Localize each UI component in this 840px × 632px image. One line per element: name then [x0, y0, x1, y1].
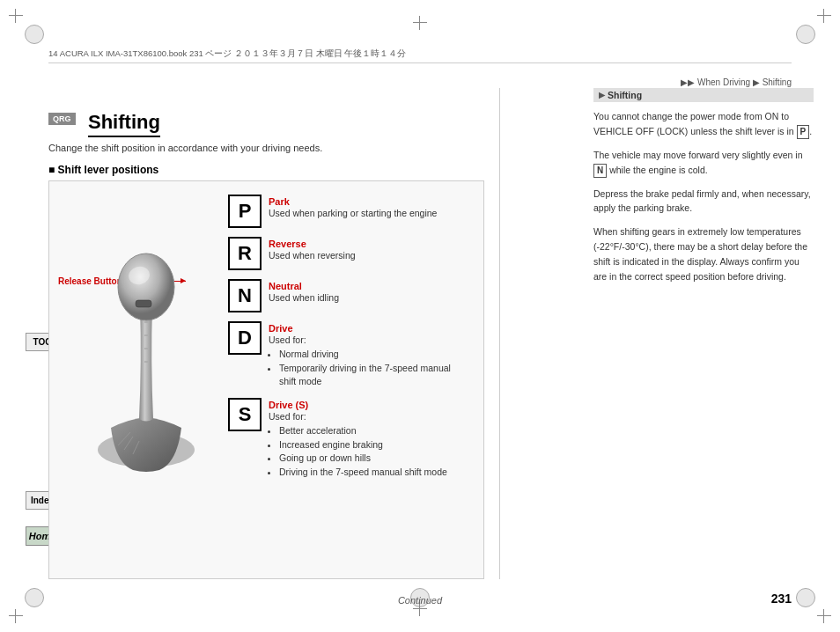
- gear-detail-d: Used for: Normal driving Temporarily dri…: [269, 334, 466, 389]
- page-title: Shifting: [88, 111, 160, 137]
- gear-name-d: Drive: [269, 323, 466, 334]
- gear-item-d: D Drive Used for: Normal driving Tempora…: [228, 321, 466, 389]
- breadcrumb-when-driving: When Driving: [697, 77, 750, 87]
- right-para-4: When shifting gears in extremely low tem…: [593, 224, 814, 283]
- right-para-2: The vehicle may move forward very slight…: [593, 148, 814, 178]
- column-divider: [499, 88, 500, 579]
- qrg-tag: QRG: [48, 113, 76, 125]
- breadcrumb-separator: ▶: [753, 77, 760, 87]
- gear-name-r: Reverse: [269, 239, 466, 249]
- gear-name-s: Drive (S): [269, 400, 466, 410]
- gear-desc-p: Park Used when parking or starting the e…: [269, 195, 466, 221]
- continued-text: Continued: [398, 595, 442, 606]
- gear-desc-n: Neutral Used when idling: [269, 279, 466, 305]
- top-center-crosshair: [413, 16, 427, 30]
- gear-item-s: S Drive (S) Used for: Better acceleratio…: [228, 398, 466, 480]
- svg-point-1: [118, 254, 174, 320]
- corner-circle-tr: [796, 25, 815, 44]
- svg-rect-3: [136, 300, 151, 307]
- breadcrumb-arrows: ▶▶: [681, 77, 695, 87]
- gear-name-p: Park: [269, 196, 466, 207]
- right-para-3: Depress the brake pedal firmly and, when…: [593, 187, 814, 217]
- gear-letter-n: N: [228, 279, 262, 312]
- gear-positions-list: P Park Used when parking or starting the…: [228, 195, 466, 489]
- page-number: 231: [771, 592, 792, 606]
- gear-desc-r: Reverse Used when reversing: [269, 237, 466, 263]
- gear-letter-r: R: [228, 237, 262, 270]
- gear-letter-d: D: [228, 321, 262, 355]
- corner-crosshair-br: [817, 609, 831, 623]
- breadcrumb-current: Shifting: [763, 77, 792, 87]
- gear-detail-s: Used for: Better acceleration Increased …: [269, 410, 466, 480]
- corner-crosshair-tr: [817, 9, 831, 23]
- gear-item-p: P Park Used when parking or starting the…: [228, 195, 466, 228]
- gear-detail-r: Used when reversing: [269, 249, 466, 263]
- gear-letter-s: S: [228, 398, 262, 431]
- right-section-title: Shifting: [593, 88, 814, 102]
- gear-desc-d: Drive Used for: Normal driving Temporari…: [269, 321, 466, 389]
- gear-detail-p: Used when parking or starting the engine: [269, 207, 466, 221]
- section-heading: Shift lever positions: [48, 164, 158, 176]
- gear-item-r: R Reverse Used when reversing: [228, 237, 466, 270]
- inline-box-n: N: [593, 164, 607, 178]
- gear-item-n: N Neutral Used when idling: [228, 279, 466, 312]
- gear-lever-image: [85, 190, 208, 481]
- gear-desc-s: Drive (S) Used for: Better acceleration …: [269, 398, 466, 480]
- diagram-area: Release Button: [48, 180, 484, 579]
- gear-name-n: Neutral: [269, 281, 466, 291]
- breadcrumb: ▶▶ When Driving ▶ Shifting: [681, 77, 792, 87]
- page-subtitle: Change the shift position in accordance …: [48, 143, 322, 153]
- right-para-1: You cannot change the power mode from ON…: [593, 109, 814, 139]
- inline-box-p: P: [797, 125, 810, 139]
- gear-letter-p: P: [228, 195, 262, 228]
- right-column: Shifting You cannot change the power mod…: [593, 88, 814, 579]
- gear-detail-n: Used when idling: [269, 291, 466, 305]
- header-file-info: 14 ACURA ILX IMA-31TX86100.book 231 ページ …: [48, 48, 792, 63]
- corner-circle-br: [796, 588, 815, 607]
